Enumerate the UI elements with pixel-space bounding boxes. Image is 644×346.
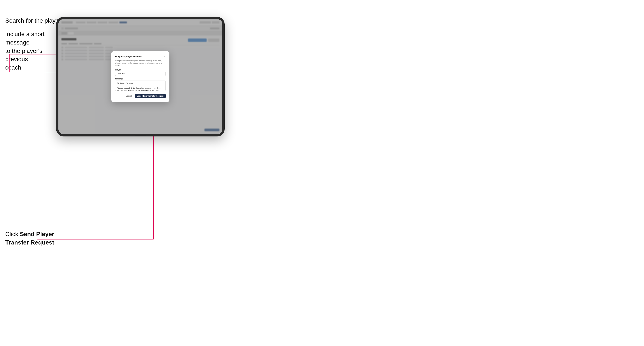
modal-footer: Cancel Send Player Transfer Request [115, 94, 166, 98]
annotation-click: Click Send Player Transfer Request [5, 230, 58, 247]
modal-overlay: Request player transfer ✕ If the player … [58, 19, 222, 134]
modal-title: Request player transfer [115, 55, 142, 58]
cancel-button[interactable]: Cancel [124, 94, 133, 98]
tablet-frame: Request player transfer ✕ If the player … [56, 17, 225, 137]
send-transfer-request-button[interactable]: Send Player Transfer Request [134, 94, 166, 98]
message-label: Message [115, 78, 166, 80]
request-transfer-modal: Request player transfer ✕ If the player … [112, 51, 170, 102]
tablet-home-indicator [135, 135, 146, 135]
tablet-screen: Request player transfer ✕ If the player … [58, 19, 222, 134]
message-textarea[interactable]: Hi Coach McHarg, Please accept this tran… [115, 81, 166, 91]
annotation-message: Include a short message to the player's … [5, 30, 54, 72]
modal-description: If the player is transferring from anoth… [115, 60, 166, 67]
player-label: Player [115, 69, 166, 71]
player-input[interactable] [115, 72, 166, 76]
modal-header: Request player transfer ✕ [115, 55, 166, 58]
close-icon[interactable]: ✕ [163, 55, 166, 58]
annotation-search: Search for the player. [5, 16, 62, 25]
